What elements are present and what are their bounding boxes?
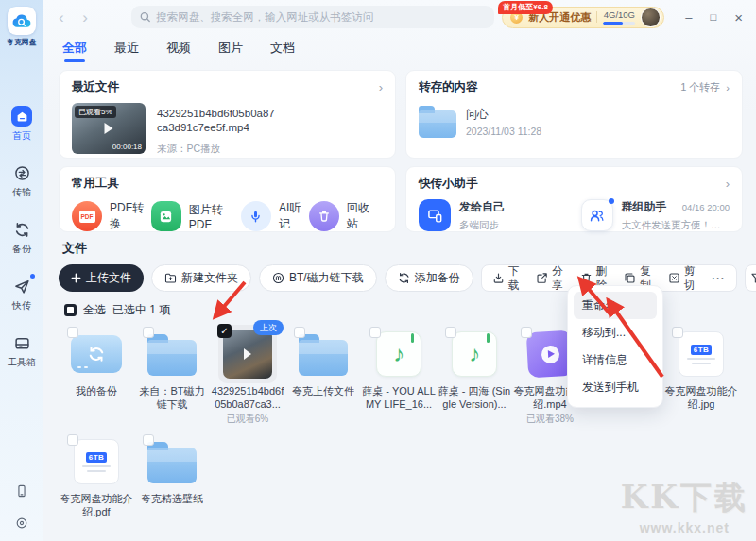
- app-logo-text: 夸克网盘: [7, 38, 37, 47]
- file-item-my-backup[interactable]: 我的备份: [59, 324, 134, 426]
- storage-usage: 4G/10G: [603, 9, 635, 25]
- chevron-right-icon[interactable]: ›: [379, 80, 383, 94]
- play-icon: [244, 348, 251, 360]
- sidebar-nav: 首页 传输 备份 快传: [8, 106, 36, 369]
- play-icon: [105, 123, 113, 134]
- transfer-icon: [11, 162, 32, 183]
- maximize-button[interactable]: □: [711, 12, 717, 23]
- tab-image[interactable]: 图片: [218, 40, 243, 62]
- chevron-right-icon[interactable]: ›: [726, 177, 730, 191]
- folder-icon[interactable]: [419, 110, 456, 138]
- item-checkbox[interactable]: [369, 327, 381, 338]
- tab-video[interactable]: 视频: [166, 40, 191, 62]
- item-checkbox[interactable]: [445, 327, 456, 338]
- app-logo[interactable]: 夸克网盘: [7, 7, 37, 47]
- send-to-self-subtitle: 多端同步: [459, 219, 568, 232]
- tool-ai-listen[interactable]: AI听记: [241, 200, 309, 232]
- file-item-music-2[interactable]: ♪ 薛桌 - 四海 (Single Version)...: [437, 324, 512, 426]
- recent-file-name[interactable]: 4329251b4bd6f05b0a87ca3d91c7ee5f.mp4: [157, 107, 275, 135]
- new-folder-button[interactable]: 新建文件夹: [151, 264, 251, 292]
- promo-banner[interactable]: 首月低至¥6.8 ¥ 新人开通优惠 4G/10G: [502, 7, 664, 28]
- group-assistant-time: 04/16 20:00: [682, 202, 730, 212]
- search-input[interactable]: [156, 11, 486, 23]
- close-button[interactable]: ×: [734, 10, 743, 25]
- sidebar-item-transfer[interactable]: 传输: [11, 162, 32, 199]
- music-file-icon: ♪: [452, 331, 497, 377]
- copy-icon: [624, 272, 636, 284]
- sidebar-item-backup[interactable]: 备份: [11, 219, 32, 256]
- avatar[interactable]: [641, 8, 661, 27]
- tool-recycle-bin[interactable]: 回收站: [309, 200, 377, 232]
- topbar: ‹ › 首月低至¥6.8 ¥ 新人开通优惠 4G/10G – □ ×: [43, 0, 756, 34]
- sidebar-item-quick-transfer[interactable]: 快传: [11, 276, 32, 313]
- menu-item-rename[interactable]: 重命名: [574, 292, 657, 319]
- menu-item-move-to[interactable]: 移动到...: [574, 319, 657, 347]
- check-icon: ✓: [220, 326, 228, 336]
- recent-files-title: 最近文件: [72, 79, 119, 95]
- item-checkbox-checked[interactable]: ✓: [217, 324, 232, 338]
- file-item-intro-pdf[interactable]: 6TB 夸克网盘功能介绍.pdf: [59, 431, 134, 518]
- quark-cloud-drive-window: 夸克网盘 首页 传输 备份: [0, 0, 756, 541]
- storage-text: 4G/10G: [604, 9, 635, 20]
- saved-folder-name[interactable]: 问心: [466, 107, 541, 123]
- item-checkbox[interactable]: [67, 434, 78, 446]
- file-item-wallpaper-folder[interactable]: 夸克精选壁纸: [134, 431, 210, 518]
- cut-button[interactable]: 剪切: [662, 265, 706, 291]
- forward-button[interactable]: ›: [77, 9, 93, 25]
- filter-button[interactable]: [745, 264, 756, 292]
- file-item-quark-upload-folder[interactable]: 夸克上传文件: [285, 324, 361, 426]
- cut-icon: [668, 272, 680, 284]
- file-item-intro-jpg[interactable]: 6TB 夸克网盘功能介绍.jpg: [663, 324, 739, 426]
- menu-item-details[interactable]: 详情信息: [574, 347, 657, 374]
- music-file-icon: ♪: [376, 331, 421, 377]
- bt-magnet-download-button[interactable]: BT/磁力链下载: [259, 264, 377, 292]
- sidebar-item-home[interactable]: 首页: [11, 106, 32, 143]
- back-button[interactable]: ‹: [53, 9, 69, 25]
- search-icon: [140, 11, 150, 23]
- download-icon: [492, 272, 505, 284]
- search-bar[interactable]: [131, 6, 494, 28]
- tab-recent[interactable]: 最近: [114, 40, 139, 62]
- send-to-self-item[interactable]: 发给自己 多端同步: [419, 199, 568, 232]
- group-assistant-item[interactable]: 群组助手 04/16 20:00 大文件发送更方便！创建群组邀请好友进...: [581, 199, 730, 232]
- more-button[interactable]: ···: [705, 265, 732, 291]
- music-note-icon: ♪: [393, 343, 404, 365]
- add-backup-button[interactable]: 添加备份: [385, 264, 473, 292]
- mobile-app-icon[interactable]: [15, 484, 28, 498]
- group-people-icon: [581, 199, 613, 231]
- magnet-icon: [272, 272, 284, 284]
- sidebar-item-toolbox[interactable]: 工具箱: [8, 332, 36, 369]
- recent-video-thumbnail[interactable]: 已观看5% 00:00:18: [72, 103, 146, 154]
- file-item-bt-folder[interactable]: 来自：BT磁力链下载: [134, 324, 210, 426]
- music-note-icon: ♪: [469, 343, 480, 365]
- image-to-pdf-icon: [151, 201, 181, 231]
- item-checkbox[interactable]: [143, 434, 154, 446]
- assistant-title: 快传小助手: [419, 176, 478, 192]
- share-button[interactable]: 分享: [529, 265, 574, 291]
- saved-count[interactable]: 1 个转存›: [680, 80, 730, 94]
- item-checkbox[interactable]: [67, 327, 78, 338]
- tab-document[interactable]: 文档: [270, 40, 295, 62]
- select-all-label[interactable]: 全选: [83, 302, 106, 318]
- minimize-button[interactable]: –: [685, 11, 692, 24]
- menu-item-send-to-phone[interactable]: 发送到手机: [574, 374, 657, 401]
- home-icon: [11, 106, 32, 127]
- item-checkbox[interactable]: [521, 327, 532, 338]
- item-checkbox[interactable]: [294, 327, 305, 338]
- backup-sync-icon: [11, 219, 32, 240]
- tab-all[interactable]: 全部: [62, 40, 87, 62]
- files-section-title: 文件: [62, 240, 743, 257]
- file-item-selected-video[interactable]: 上次 ✓ 4329251b4bd6f05b0a87ca3... 已观看6%: [210, 324, 285, 426]
- bookmark-tag: [487, 333, 490, 343]
- more-ellipsis-icon: ···: [712, 273, 726, 284]
- select-all-checkbox[interactable]: [64, 304, 77, 316]
- tool-pdf-convert[interactable]: PDF PDF转换: [72, 200, 151, 232]
- download-button[interactable]: 下载: [486, 265, 530, 291]
- item-checkbox[interactable]: [672, 327, 683, 338]
- file-item-music-1[interactable]: ♪ 薛桌 - YOU ALL MY LIFE_16...: [361, 324, 437, 426]
- toolbox-icon: [11, 332, 32, 353]
- tool-image-to-pdf[interactable]: 图片转PDF: [151, 200, 241, 232]
- upload-file-button[interactable]: 上传文件: [59, 264, 144, 292]
- item-checkbox[interactable]: [143, 327, 154, 338]
- settings-gear-icon[interactable]: [15, 516, 28, 530]
